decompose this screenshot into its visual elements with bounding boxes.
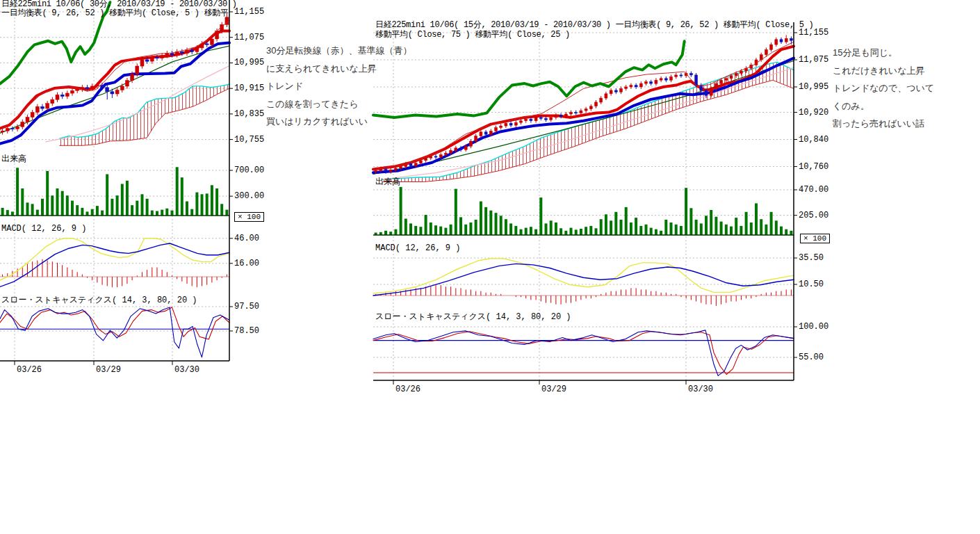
candlesticks [1, 13, 229, 134]
volume-bars [0, 167, 229, 216]
chart30-title-line2: 一目均衡表( 9, 26, 52 ) 移動平均( Close, 5 ) 移動平 [1, 9, 229, 18]
ichimoku-cloud [60, 84, 229, 145]
chart30-stoch-label: スロー・ストキャスティクス( 14, 3, 80, 20 ) [1, 296, 197, 305]
note-line: 15分足も同じ。 [833, 44, 934, 62]
nikkei225mini-30min-price-axis-label: 11,155 [234, 7, 264, 17]
macd-panel [0, 238, 229, 287]
gridlines [0, 0, 229, 361]
chart15-multiplier-badge: × 100 [800, 234, 830, 243]
nikkei225mini-30min [0, 0, 233, 365]
nikkei225mini-15min-price-axis-label: 10,760 [799, 162, 828, 172]
note-15min: 15分足も同じ。 これだけきれいな上昇 トレンドなので、ついて くのみ。 割った… [833, 44, 934, 133]
nikkei225mini-15min-macd-axis-label: 35.50 [799, 253, 824, 263]
chart15-title-line2: 移動平均( Close, 75 ) 移動平均( Close, 25 ) [375, 31, 570, 40]
nikkei225mini-30min-price-axis-label: 10,995 [234, 58, 264, 67]
nikkei225mini-15min-date-label: 03/29 [541, 385, 566, 394]
note-line: この線を割ってきたら [266, 95, 411, 113]
macd-panel [373, 259, 794, 306]
note-line: 30分足転換線（赤）、基準線（青） [266, 42, 411, 60]
stochastics-panel [0, 307, 229, 357]
chart15-title-line1: 日経225mini 10/06( 15分, 2010/03/19 - 2010/… [375, 21, 813, 30]
nikkei225mini-30min-volume-axis-label: 300.00 [234, 191, 264, 201]
nikkei225mini-30min-stoch-axis-label: 97.50 [234, 302, 259, 312]
nikkei225mini-15min-stoch-axis-label: 55.00 [799, 353, 824, 362]
nikkei225mini-30min-volume-axis-label: 700.00 [234, 165, 264, 175]
chart30-volume-label: 出来高 [1, 155, 26, 164]
nikkei225mini-30min-price-axis-label: 10,835 [234, 109, 264, 119]
nikkei225mini-30min-date-label: 03/29 [96, 365, 121, 375]
nikkei225mini-15min [373, 22, 797, 385]
nikkei225mini-30min-date-label: 03/26 [17, 365, 42, 375]
note-line: トレンドなので、ついて [833, 79, 934, 97]
nikkei225mini-30min-stoch-axis-label: 78.50 [234, 326, 259, 336]
nikkei225mini-15min-price-axis-label: 11,155 [799, 28, 828, 38]
note-30min: 30分足転換線（赤）、基準線（青） に支えられてきれいな上昇 トレンド この線を… [266, 42, 411, 131]
nikkei225mini-30min-macd-axis-label: 46.00 [234, 234, 259, 243]
axes [0, 0, 233, 365]
chart30-macd-label: MACD( 12, 26, 9 ) [1, 225, 86, 234]
nikkei225mini-30min-price-axis-label: 11,075 [234, 33, 264, 42]
note-line: これだけきれいな上昇 [833, 62, 934, 80]
note-line: 割ったら売ればいい話 [833, 115, 934, 133]
note-line: 買いはリカクすればいい [266, 113, 411, 131]
nikkei225mini-15min-price-axis-label: 11,075 [799, 55, 828, 65]
nikkei225mini-15min-price-axis-label: 10,840 [799, 135, 828, 145]
nikkei225mini-15min-date-label: 03/26 [395, 385, 420, 394]
chart15-stoch-label: スロー・ストキャスティクス( 14, 3, 80, 20 ) [375, 313, 571, 322]
stochastics-panel [373, 330, 794, 376]
nikkei225mini-15min-date-label: 03/30 [688, 385, 713, 394]
chart30-multiplier-badge: × 100 [234, 212, 264, 222]
nikkei225mini-15min-volume-axis-label: 470.00 [799, 185, 828, 195]
nikkei225mini-30min-price-axis-label: 10,755 [234, 135, 264, 145]
nikkei225mini-15min-stoch-axis-label: 100.00 [799, 322, 828, 332]
nikkei225mini-15min-price-axis-label: 10,995 [799, 82, 828, 92]
nikkei225mini-15min-price-axis-label: 10,920 [799, 108, 828, 118]
note-line: くのみ。 [833, 97, 934, 115]
nikkei225mini-15min-volume-axis-label: 205.00 [799, 211, 828, 220]
chart15-volume-label: 出来高 [375, 178, 400, 187]
nikkei225mini-15min-macd-axis-label: 10.50 [799, 280, 824, 289]
volume-bars [373, 187, 794, 235]
nikkei225mini-30min-macd-axis-label: 16.00 [234, 259, 259, 268]
note-line: トレンド [266, 77, 411, 95]
nikkei225mini-30min-date-label: 03/30 [174, 365, 199, 375]
ichimoku-cloud [382, 62, 794, 181]
note-line: に支えられてきれいな上昇 [266, 60, 411, 78]
nikkei225mini-30min-price-axis-label: 10,915 [234, 83, 264, 93]
chart15-macd-label: MACD( 12, 26, 9 ) [375, 244, 460, 253]
stock-chart-workspace: 日経225mini 10/06( 30分, 2010/03/19 - 2010/… [0, 0, 980, 534]
